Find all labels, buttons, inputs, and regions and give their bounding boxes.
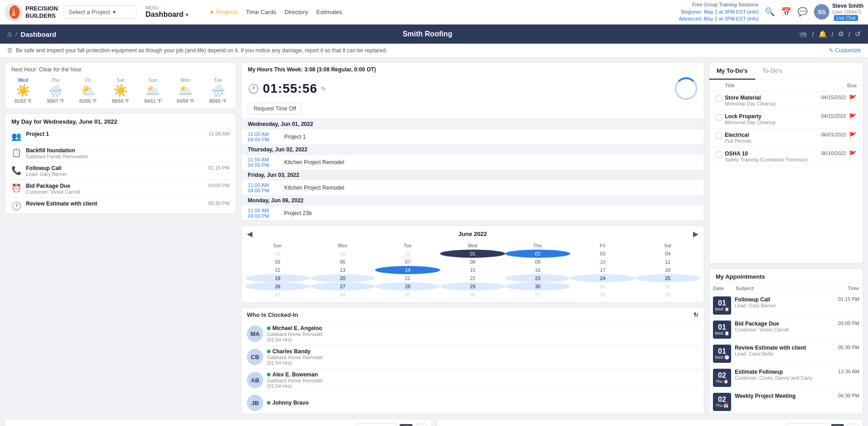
flag-icon: 🚩 [849, 150, 857, 158]
cal-day[interactable]: 28 [375, 282, 440, 291]
refresh-icon[interactable]: ↺ [855, 30, 861, 38]
tab-current-projects[interactable]: Current Projects [10, 419, 61, 426]
cal-day[interactable]: 19 [245, 274, 310, 282]
cal-day[interactable]: 24 [570, 274, 635, 282]
time-off-button[interactable]: Request Time Off [248, 103, 302, 115]
cal-day[interactable]: 02 [635, 282, 700, 291]
chat-icon[interactable]: 💬 [798, 7, 808, 17]
appointments-table-header: Date Subject Time [709, 283, 863, 293]
cal-day[interactable]: 10 [570, 258, 635, 266]
cal-day[interactable]: 04 [310, 291, 375, 299]
bar-chart-button[interactable]: 📊 [399, 424, 413, 426]
calendar-prev-button[interactable]: ◀ [247, 230, 252, 238]
grid-chart-button-right[interactable]: ⊞ [847, 424, 858, 426]
todo-card: My To-Do's To-Do's Title Due Store Mater… [709, 62, 863, 264]
video-icon[interactable]: 📹 [798, 30, 807, 38]
cal-day[interactable]: 09 [505, 258, 570, 266]
nav-link-projects[interactable]: ★Projects [209, 9, 238, 15]
cal-day[interactable]: 02 [505, 250, 570, 258]
year-select-right[interactable]: This Year Last Year [788, 423, 828, 426]
cal-day[interactable]: 17 [570, 266, 635, 274]
settings-icon[interactable]: ⚙ [838, 30, 844, 38]
cal-day[interactable]: 22 [440, 274, 505, 282]
cal-day[interactable]: 07 [505, 291, 570, 299]
list-item: ⏰ Bid Package Due Customer: Vickie Carro… [5, 180, 236, 197]
nav-link-timecards[interactable]: Time Cards [246, 9, 276, 15]
customize-button[interactable]: ✎ Customize [829, 47, 861, 54]
online-dot [267, 401, 271, 405]
calendar-next-button[interactable]: ▶ [693, 230, 698, 238]
calendar-header: ◀ June 2022 ▶ [241, 226, 704, 242]
cal-day[interactable]: 06 [440, 291, 505, 299]
cal-day[interactable]: 03 [245, 291, 310, 299]
calendar-icon[interactable]: 📅 [781, 7, 791, 17]
tab-unpaid-invoices[interactable]: Unpaid Invoices [489, 419, 540, 426]
bell-icon[interactable]: 🔔 [818, 30, 827, 38]
tab-todos[interactable]: To-Do's [755, 63, 790, 80]
cal-day[interactable]: 26 [245, 282, 310, 291]
cal-day[interactable]: 15 [440, 266, 505, 274]
todo-checkbox[interactable] [716, 114, 722, 120]
cal-day[interactable]: 29 [245, 250, 310, 258]
cal-day[interactable]: 13 [310, 266, 375, 274]
cal-day[interactable]: 03 [570, 250, 635, 258]
todo-checkbox[interactable] [716, 133, 722, 139]
bar-chart-button-right[interactable]: 📊 [831, 424, 844, 426]
cal-day[interactable]: 08 [440, 258, 505, 266]
cal-day[interactable]: 20 [310, 274, 375, 282]
search-icon[interactable]: 🔍 [765, 7, 775, 17]
home-icon[interactable]: ⌂ [7, 30, 12, 38]
todo-checkbox[interactable] [716, 95, 722, 102]
cal-day-today[interactable]: 01 [440, 250, 505, 258]
live-chat-badge[interactable]: Live Chat [834, 15, 858, 21]
cal-day[interactable]: 11 [635, 258, 700, 266]
tab-upcoming-projects[interactable]: Upcoming Projec [163, 419, 217, 426]
cal-day[interactable]: 23 [505, 274, 570, 282]
cal-day[interactable]: 07 [375, 258, 440, 266]
appointment-3: 02 Thu ⏰ Estimate Followup Customer: Cos… [709, 366, 863, 390]
cal-day[interactable]: 01 [570, 282, 635, 291]
cal-day[interactable]: 25 [635, 274, 700, 282]
cal-day[interactable]: 30 [310, 250, 375, 258]
year-select-left[interactable]: This Year Last Year [356, 423, 396, 426]
weather-header: Next Hour: Clear for the hour. [5, 63, 236, 75]
cal-day[interactable]: 14 [375, 266, 440, 274]
grid-chart-button[interactable]: ⊞ [416, 424, 427, 426]
cal-day[interactable]: 05 [245, 258, 310, 266]
schedule-day-3: Monday, Jun 06, 2022 [241, 195, 704, 206]
cal-day[interactable]: 08 [570, 291, 635, 299]
bottom-section: Current Projects Recent Projects Project… [0, 419, 868, 426]
tab-my-todos[interactable]: My To-Do's [709, 63, 755, 80]
menu-arrow-icon: ▾ [186, 11, 189, 18]
cal-day[interactable]: 12 [245, 266, 310, 274]
cal-day[interactable]: 29 [440, 282, 505, 291]
cal-day[interactable]: 18 [635, 266, 700, 274]
menu-dropdown[interactable]: MENU Dashboard ▾ [141, 4, 200, 20]
cal-day[interactable]: 05 [375, 291, 440, 299]
cal-day[interactable]: 04 [635, 250, 700, 258]
clock-icon: 🕐 [11, 201, 21, 211]
cal-day[interactable]: 16 [505, 266, 570, 274]
timer-edit-icon[interactable]: ✎ [321, 85, 326, 92]
online-dot [267, 373, 271, 376]
cal-day[interactable]: 21 [375, 274, 440, 282]
tab-recent-projects[interactable]: Recent Projects [63, 419, 114, 426]
tab-project-stats[interactable]: Project Stats [116, 419, 161, 426]
cal-day[interactable]: 27 [310, 282, 375, 291]
todo-tabs: My To-Do's To-Do's [709, 63, 863, 80]
cal-day[interactable]: 06 [310, 258, 375, 266]
slash: / [848, 30, 850, 38]
cal-day[interactable]: 31 [375, 250, 440, 258]
center-column: My Hours This Week: 3:08 (3:08 Regular, … [241, 62, 704, 414]
refresh-icon[interactable]: ↻ [693, 311, 698, 318]
tab-invoice-stats[interactable]: Invoice Stats [442, 419, 487, 426]
todo-checkbox[interactable] [716, 151, 722, 158]
nav-link-estimates[interactable]: Estimates [316, 9, 342, 15]
cal-day[interactable]: 09 [635, 291, 700, 299]
project-select-dropdown[interactable]: Select a Project ▾ [64, 5, 136, 19]
clocked-person-1: CB Charles Bandy Gabbard Home Remodel (0… [241, 345, 704, 368]
user-menu[interactable]: SS Steve Smith User (35647) Live Chat [814, 3, 863, 21]
cal-day[interactable]: 30 [505, 282, 570, 291]
nav-link-directory[interactable]: Directory [285, 9, 308, 15]
calendar-week-4: 19 20 21 22 23 24 25 [245, 274, 700, 282]
